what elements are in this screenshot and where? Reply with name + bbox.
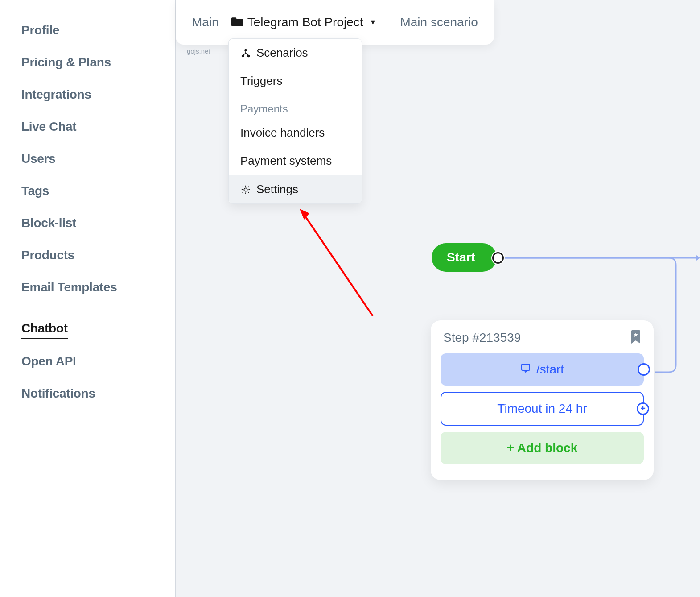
chevron-down-icon: ▼ <box>370 18 377 26</box>
dropdown-item-triggers[interactable]: Triggers <box>229 67 362 95</box>
step-add-block-button[interactable]: + Add block <box>441 432 644 464</box>
dropdown-section-payments: Payments <box>229 95 362 119</box>
step-block-timeout[interactable]: Timeout in 24 hr <box>441 392 644 426</box>
step-block-start-command[interactable]: /start <box>441 353 644 386</box>
dropdown-item-payment-systems[interactable]: Payment systems <box>229 147 362 175</box>
step-title: Step #213539 <box>443 331 521 345</box>
step-header: Step #213539 <box>441 330 644 353</box>
breadcrumb-scenario[interactable]: Main scenario <box>400 15 478 29</box>
breadcrumb-divider <box>388 12 388 33</box>
dropdown-item-label: Payment systems <box>240 154 332 168</box>
svg-point-1 <box>244 49 247 51</box>
breadcrumb-project-label: Telegram Bot Project <box>247 15 363 29</box>
dropdown-item-settings[interactable]: Settings <box>229 175 362 203</box>
sidebar-item-email-templates[interactable]: Email Templates <box>21 271 175 303</box>
flow-step-card[interactable]: Step #213539 /start Timeout in 24 hr + A… <box>431 320 654 480</box>
sidebar-item-chatbot[interactable]: Chatbot <box>21 312 68 339</box>
flow-start-label: Start <box>447 250 475 264</box>
sidebar-item-block-list[interactable]: Block-list <box>21 207 175 239</box>
sidebar-item-tags[interactable]: Tags <box>21 175 175 207</box>
breadcrumb-project-dropdown[interactable]: Telegram Bot Project ▼ <box>231 15 377 29</box>
dropdown-item-invoice-handlers[interactable]: Invoice handlers <box>229 119 362 147</box>
sidebar-item-products[interactable]: Products <box>21 239 175 271</box>
flow-start-node[interactable]: Start <box>432 243 497 272</box>
dropdown-item-label: Triggers <box>240 74 282 88</box>
step-block-label: Timeout in 24 hr <box>497 402 587 415</box>
dropdown-item-label: Invoice handlers <box>240 126 325 140</box>
dropdown-item-scenarios[interactable]: Scenarios <box>229 39 362 67</box>
scenarios-icon <box>240 48 251 58</box>
sidebar-item-users[interactable]: Users <box>21 143 175 175</box>
svg-rect-6 <box>522 364 530 370</box>
bookmark-icon[interactable] <box>630 330 641 345</box>
sidebar-item-integrations[interactable]: Integrations <box>21 79 175 111</box>
gojs-watermark: gojs.net <box>187 47 210 55</box>
sidebar-item-pricing[interactable]: Pricing & Plans <box>21 46 175 79</box>
project-dropdown-menu: Scenarios Triggers Payments Invoice hand… <box>228 38 362 204</box>
sidebar: Profile Pricing & Plans Integrations Liv… <box>0 0 176 597</box>
sidebar-item-profile[interactable]: Profile <box>21 14 175 46</box>
folder-icon <box>231 15 243 29</box>
step-block-label: /start <box>536 362 564 377</box>
gear-icon <box>240 185 251 195</box>
sidebar-item-open-api[interactable]: Open API <box>21 345 175 377</box>
step-block-label: + Add block <box>507 441 577 455</box>
message-down-icon <box>520 362 531 377</box>
flow-start-port[interactable] <box>492 252 504 264</box>
sidebar-item-live-chat[interactable]: Live Chat <box>21 111 175 143</box>
dropdown-item-label: Settings <box>256 182 298 196</box>
breadcrumb-main[interactable]: Main <box>192 15 231 29</box>
sidebar-item-notifications[interactable]: Notifications <box>21 377 175 410</box>
step-block-add-port[interactable] <box>637 402 649 415</box>
breadcrumb-bar: Main Telegram Bot Project ▼ Main scenari… <box>176 0 494 45</box>
dropdown-item-label: Scenarios <box>256 46 308 60</box>
step-block-port[interactable] <box>638 363 650 376</box>
